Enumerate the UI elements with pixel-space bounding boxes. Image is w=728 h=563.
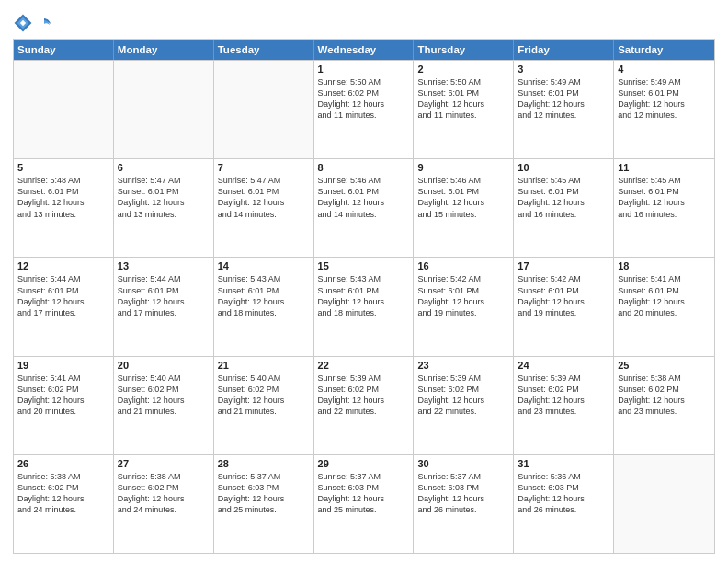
day-cell-20: 20Sunrise: 5:40 AM Sunset: 6:02 PM Dayli…	[114, 357, 214, 454]
day-info: Sunrise: 5:42 AM Sunset: 6:01 PM Dayligh…	[417, 273, 509, 318]
day-info: Sunrise: 5:38 AM Sunset: 6:02 PM Dayligh…	[618, 373, 711, 418]
day-cell-1: 1Sunrise: 5:50 AM Sunset: 6:02 PM Daylig…	[314, 61, 415, 158]
day-info: Sunrise: 5:38 AM Sunset: 6:02 PM Dayligh…	[17, 471, 109, 516]
calendar-week-2: 5Sunrise: 5:48 AM Sunset: 6:01 PM Daylig…	[14, 158, 714, 257]
calendar-header: SundayMondayTuesdayWednesdayThursdayFrid…	[14, 40, 714, 60]
day-info: Sunrise: 5:39 AM Sunset: 6:02 PM Dayligh…	[518, 373, 609, 418]
day-info: Sunrise: 5:49 AM Sunset: 6:01 PM Dayligh…	[518, 76, 609, 121]
day-cell-7: 7Sunrise: 5:47 AM Sunset: 6:01 PM Daylig…	[214, 159, 314, 257]
day-cell-12: 12Sunrise: 5:44 AM Sunset: 6:01 PM Dayli…	[14, 258, 114, 355]
day-cell-8: 8Sunrise: 5:46 AM Sunset: 6:01 PM Daylig…	[314, 159, 415, 257]
day-info: Sunrise: 5:39 AM Sunset: 6:02 PM Dayligh…	[417, 373, 509, 418]
day-number: 7	[218, 162, 310, 173]
day-cell-4: 4Sunrise: 5:49 AM Sunset: 6:01 PM Daylig…	[614, 61, 714, 158]
day-number: 19	[17, 360, 109, 371]
day-cell-2: 2Sunrise: 5:50 AM Sunset: 6:01 PM Daylig…	[414, 61, 514, 158]
logo-wing-icon	[36, 16, 52, 32]
day-number: 28	[218, 458, 310, 469]
day-cell-14: 14Sunrise: 5:43 AM Sunset: 6:01 PM Dayli…	[214, 258, 314, 355]
day-number: 26	[17, 458, 109, 469]
day-info: Sunrise: 5:43 AM Sunset: 6:01 PM Dayligh…	[318, 273, 410, 318]
calendar-week-1: 1Sunrise: 5:50 AM Sunset: 6:02 PM Daylig…	[14, 60, 714, 158]
day-cell-27: 27Sunrise: 5:38 AM Sunset: 6:02 PM Dayli…	[114, 455, 214, 553]
day-number: 25	[618, 360, 711, 371]
weekday-header-sunday: Sunday	[14, 40, 114, 60]
day-cell-6: 6Sunrise: 5:47 AM Sunset: 6:01 PM Daylig…	[114, 159, 214, 257]
day-cell-31: 31Sunrise: 5:36 AM Sunset: 6:03 PM Dayli…	[514, 455, 614, 553]
day-number: 9	[417, 162, 509, 173]
logo	[13, 13, 52, 33]
day-cell-30: 30Sunrise: 5:37 AM Sunset: 6:03 PM Dayli…	[414, 455, 514, 553]
day-cell-9: 9Sunrise: 5:46 AM Sunset: 6:01 PM Daylig…	[414, 159, 514, 257]
day-info: Sunrise: 5:47 AM Sunset: 6:01 PM Dayligh…	[218, 175, 310, 220]
calendar-week-5: 26Sunrise: 5:38 AM Sunset: 6:02 PM Dayli…	[14, 454, 714, 553]
calendar-body: 1Sunrise: 5:50 AM Sunset: 6:02 PM Daylig…	[14, 60, 714, 553]
day-info: Sunrise: 5:37 AM Sunset: 6:03 PM Dayligh…	[318, 471, 410, 516]
day-number: 24	[518, 360, 609, 371]
day-info: Sunrise: 5:41 AM Sunset: 6:02 PM Dayligh…	[17, 373, 109, 418]
day-info: Sunrise: 5:44 AM Sunset: 6:01 PM Dayligh…	[17, 273, 109, 318]
weekday-header-saturday: Saturday	[614, 40, 714, 60]
day-number: 2	[417, 63, 509, 75]
day-cell-23: 23Sunrise: 5:39 AM Sunset: 6:02 PM Dayli…	[414, 357, 514, 454]
weekday-header-thursday: Thursday	[414, 40, 514, 60]
day-number: 1	[318, 63, 410, 75]
calendar: SundayMondayTuesdayWednesdayThursdayFrid…	[13, 39, 715, 554]
logo-text	[35, 15, 52, 32]
empty-cell	[14, 61, 114, 158]
day-cell-13: 13Sunrise: 5:44 AM Sunset: 6:01 PM Dayli…	[114, 258, 214, 355]
day-number: 23	[417, 360, 509, 371]
day-info: Sunrise: 5:42 AM Sunset: 6:01 PM Dayligh…	[518, 273, 609, 318]
day-number: 13	[118, 260, 210, 271]
day-number: 22	[318, 360, 410, 371]
day-number: 18	[618, 260, 711, 271]
day-info: Sunrise: 5:49 AM Sunset: 6:01 PM Dayligh…	[618, 76, 711, 121]
day-info: Sunrise: 5:41 AM Sunset: 6:01 PM Dayligh…	[618, 273, 711, 318]
day-info: Sunrise: 5:46 AM Sunset: 6:01 PM Dayligh…	[417, 175, 509, 220]
day-number: 11	[618, 162, 711, 173]
day-number: 12	[17, 260, 109, 271]
day-cell-28: 28Sunrise: 5:37 AM Sunset: 6:03 PM Dayli…	[214, 455, 314, 553]
day-info: Sunrise: 5:44 AM Sunset: 6:01 PM Dayligh…	[118, 273, 210, 318]
day-number: 14	[218, 260, 310, 271]
day-cell-18: 18Sunrise: 5:41 AM Sunset: 6:01 PM Dayli…	[614, 258, 714, 355]
day-number: 21	[218, 360, 310, 371]
day-number: 5	[17, 162, 109, 173]
logo-icon	[13, 13, 33, 33]
day-cell-10: 10Sunrise: 5:45 AM Sunset: 6:01 PM Dayli…	[514, 159, 614, 257]
day-cell-26: 26Sunrise: 5:38 AM Sunset: 6:02 PM Dayli…	[14, 455, 114, 553]
day-info: Sunrise: 5:47 AM Sunset: 6:01 PM Dayligh…	[118, 175, 210, 220]
day-number: 15	[318, 260, 410, 271]
day-number: 30	[417, 458, 509, 469]
day-info: Sunrise: 5:38 AM Sunset: 6:02 PM Dayligh…	[118, 471, 210, 516]
day-cell-16: 16Sunrise: 5:42 AM Sunset: 6:01 PM Dayli…	[414, 258, 514, 355]
empty-cell	[614, 455, 714, 553]
day-number: 3	[518, 63, 609, 75]
day-info: Sunrise: 5:48 AM Sunset: 6:01 PM Dayligh…	[17, 175, 109, 220]
day-info: Sunrise: 5:36 AM Sunset: 6:03 PM Dayligh…	[518, 471, 609, 516]
day-info: Sunrise: 5:43 AM Sunset: 6:01 PM Dayligh…	[218, 273, 310, 318]
day-cell-15: 15Sunrise: 5:43 AM Sunset: 6:01 PM Dayli…	[314, 258, 415, 355]
day-cell-24: 24Sunrise: 5:39 AM Sunset: 6:02 PM Dayli…	[514, 357, 614, 454]
day-info: Sunrise: 5:37 AM Sunset: 6:03 PM Dayligh…	[417, 471, 509, 516]
weekday-header-monday: Monday	[114, 40, 214, 60]
page: SundayMondayTuesdayWednesdayThursdayFrid…	[0, 0, 728, 563]
day-info: Sunrise: 5:39 AM Sunset: 6:02 PM Dayligh…	[318, 373, 410, 418]
weekday-header-friday: Friday	[514, 40, 614, 60]
day-number: 17	[518, 260, 609, 271]
weekday-header-wednesday: Wednesday	[314, 40, 415, 60]
day-info: Sunrise: 5:46 AM Sunset: 6:01 PM Dayligh…	[318, 175, 410, 220]
header	[13, 9, 715, 33]
day-cell-22: 22Sunrise: 5:39 AM Sunset: 6:02 PM Dayli…	[314, 357, 415, 454]
day-info: Sunrise: 5:50 AM Sunset: 6:01 PM Dayligh…	[417, 76, 509, 121]
day-number: 8	[318, 162, 410, 173]
day-cell-5: 5Sunrise: 5:48 AM Sunset: 6:01 PM Daylig…	[14, 159, 114, 257]
day-number: 6	[118, 162, 210, 173]
day-number: 4	[618, 63, 711, 75]
day-cell-3: 3Sunrise: 5:49 AM Sunset: 6:01 PM Daylig…	[514, 61, 614, 158]
empty-cell	[114, 61, 214, 158]
day-cell-21: 21Sunrise: 5:40 AM Sunset: 6:02 PM Dayli…	[214, 357, 314, 454]
day-info: Sunrise: 5:45 AM Sunset: 6:01 PM Dayligh…	[518, 175, 609, 220]
day-number: 10	[518, 162, 609, 173]
day-cell-19: 19Sunrise: 5:41 AM Sunset: 6:02 PM Dayli…	[14, 357, 114, 454]
